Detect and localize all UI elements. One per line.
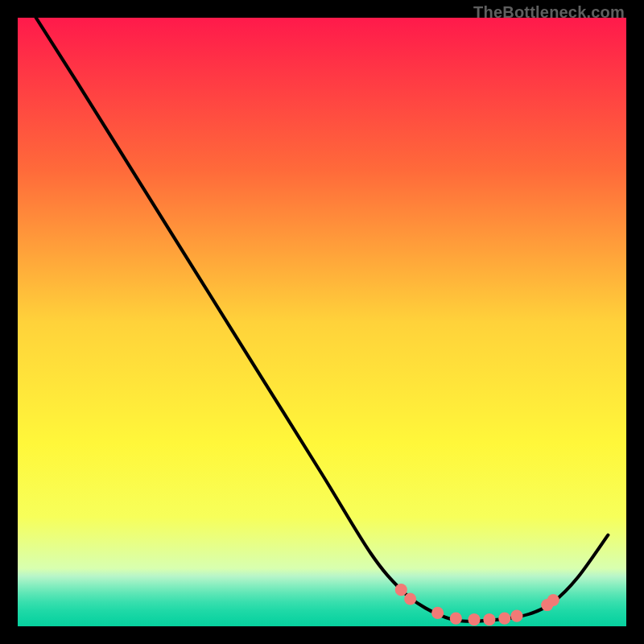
chart-frame: TheBottleneck.com [0,0,644,644]
curve-marker [547,594,559,606]
bottleneck-chart [18,18,626,626]
curve-marker [510,610,522,622]
curve-marker [468,613,480,625]
gradient-background [18,18,626,626]
curve-marker [395,584,407,596]
watermark-text: TheBottleneck.com [473,3,625,22]
curve-marker [498,613,510,625]
curve-marker [483,613,495,625]
curve-marker [404,592,416,605]
curve-marker [431,607,444,619]
curve-marker [450,613,462,625]
